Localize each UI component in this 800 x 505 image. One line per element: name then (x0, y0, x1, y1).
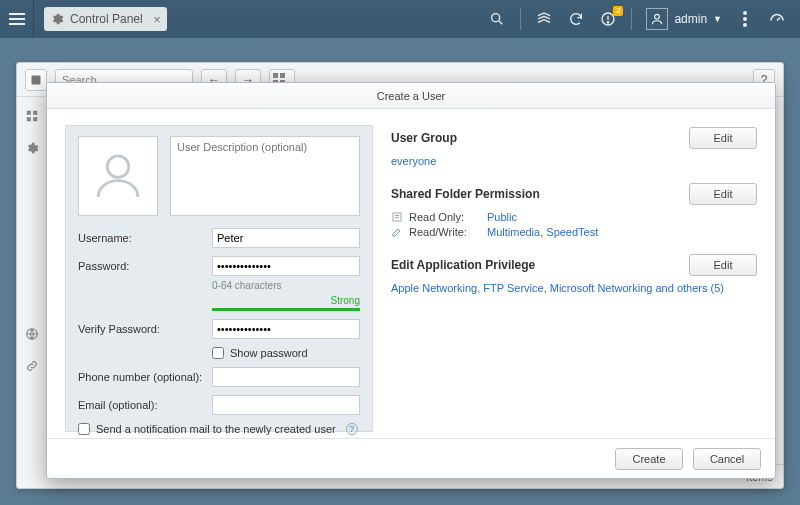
gear-icon (50, 12, 64, 26)
user-menu[interactable]: admin ▼ (646, 8, 722, 30)
readwrite-label: Read/Write: (409, 226, 481, 238)
phone-input[interactable] (212, 367, 360, 387)
avatar-placeholder[interactable] (78, 136, 158, 216)
edit-app-privilege-button[interactable]: Edit (689, 254, 757, 276)
svg-rect-13 (27, 117, 31, 121)
username-label: Username: (78, 232, 212, 244)
sidebar-grid-icon[interactable] (23, 107, 41, 125)
user-group-title: User Group (391, 131, 457, 145)
show-password-label: Show password (230, 347, 308, 359)
shared-folder-section: Shared Folder Permission Edit Read Only:… (391, 183, 757, 238)
svg-point-4 (608, 22, 609, 23)
svg-point-0 (492, 14, 500, 22)
top-bar: Control Panel × 2 admin ▼ (0, 0, 800, 38)
svg-point-16 (107, 156, 128, 177)
edit-shared-folder-button[interactable]: Edit (689, 183, 757, 205)
password-input[interactable] (212, 256, 360, 276)
more-icon[interactable] (736, 10, 754, 28)
user-group-section: User Group Edit everyone (391, 127, 757, 167)
tab-control-panel[interactable]: Control Panel × (44, 7, 167, 31)
sidebar-globe-icon[interactable] (23, 325, 41, 343)
permissions-pane: User Group Edit everyone Shared Folder P… (391, 125, 757, 432)
refresh-icon[interactable] (567, 10, 585, 28)
password-hint: 0-64 characters (212, 280, 360, 291)
create-user-dialog: Create a User Username: Password: 0-64 c… (46, 82, 776, 479)
notify-label: Send a notification mail to the newly cr… (96, 423, 336, 435)
readonly-label: Read Only: (409, 211, 481, 223)
svg-point-8 (743, 23, 747, 27)
edit-user-group-button[interactable]: Edit (689, 127, 757, 149)
description-input[interactable] (170, 136, 360, 216)
email-label: Email (optional): (78, 399, 212, 411)
readonly-icon (391, 211, 403, 223)
notifications-badge: 2 (613, 6, 623, 16)
person-icon (90, 148, 146, 204)
verify-password-input[interactable] (212, 319, 360, 339)
svg-line-9 (777, 18, 780, 21)
email-input[interactable] (212, 395, 360, 415)
close-icon[interactable]: × (153, 12, 161, 27)
svg-line-1 (499, 21, 502, 24)
stack-icon[interactable] (535, 10, 553, 28)
readwrite-value[interactable]: Multimedia, SpeedTest (487, 226, 598, 238)
create-button[interactable]: Create (615, 448, 683, 470)
cancel-button[interactable]: Cancel (693, 448, 761, 470)
notify-checkbox[interactable] (78, 423, 90, 435)
show-password-checkbox[interactable] (212, 347, 224, 359)
user-group-value[interactable]: everyone (391, 155, 436, 167)
dialog-title: Create a User (47, 83, 775, 109)
notifications-icon[interactable]: 2 (599, 10, 617, 28)
svg-point-5 (655, 14, 660, 19)
password-strength: Strong (212, 295, 360, 311)
username-input[interactable] (212, 228, 360, 248)
sidebar-link-icon[interactable] (23, 357, 41, 375)
readwrite-icon (391, 226, 403, 238)
user-avatar-icon (646, 8, 668, 30)
menu-hamburger-icon[interactable] (0, 0, 34, 38)
info-icon[interactable]: ? (346, 423, 358, 435)
svg-point-7 (743, 17, 747, 21)
tab-label: Control Panel (70, 12, 143, 26)
phone-label: Phone number (optional): (78, 371, 212, 383)
svg-rect-10 (32, 75, 41, 84)
chevron-down-icon: ▼ (713, 14, 722, 24)
app-privilege-title: Edit Application Privilege (391, 258, 535, 272)
svg-rect-14 (33, 117, 37, 121)
readonly-value[interactable]: Public (487, 211, 517, 223)
svg-point-6 (743, 11, 747, 15)
shared-folder-title: Shared Folder Permission (391, 187, 540, 201)
user-form: Username: Password: 0-64 characters Stro… (65, 125, 373, 432)
dashboard-icon[interactable] (768, 10, 786, 28)
user-name: admin (674, 12, 707, 26)
search-icon[interactable] (488, 10, 506, 28)
app-privilege-section: Edit Application Privilege Edit Apple Ne… (391, 254, 757, 294)
password-label: Password: (78, 260, 212, 272)
verify-password-label: Verify Password: (78, 323, 212, 335)
sidebar-gear-icon[interactable] (23, 139, 41, 157)
svg-rect-11 (27, 111, 31, 115)
app-privilege-value[interactable]: Apple Networking, FTP Service, Microsoft… (391, 282, 724, 294)
svg-rect-12 (33, 111, 37, 115)
panel-icon[interactable] (25, 69, 47, 91)
